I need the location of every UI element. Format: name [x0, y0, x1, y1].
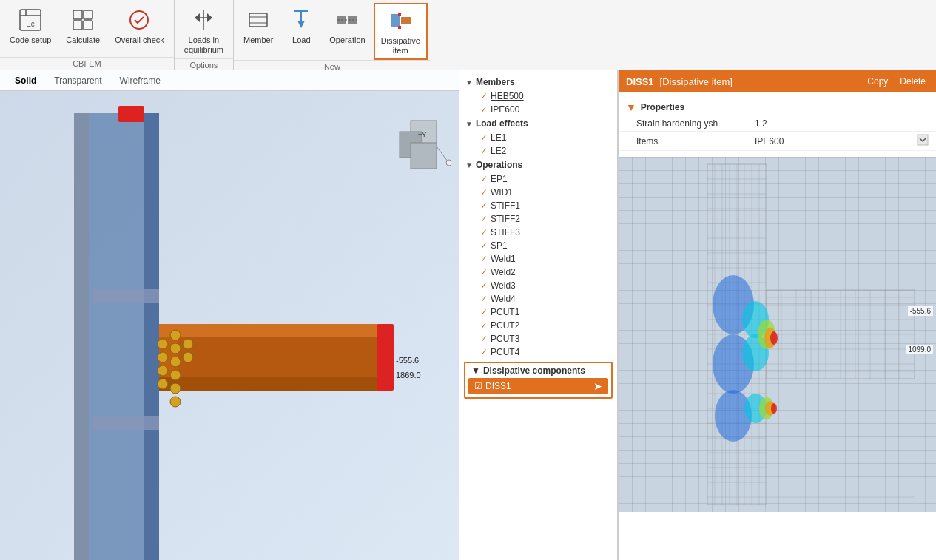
mesh-svg: [619, 157, 929, 512]
loads-equilibrium-label: Loads inequilibrium: [184, 36, 223, 55]
diss1-item[interactable]: ☑ DISS1 ➤: [468, 378, 608, 394]
load-effects-label: Load effects: [476, 118, 528, 129]
weld2-label: Weld2: [491, 267, 516, 277]
check-icon: ✓: [480, 104, 488, 115]
svg-rect-51: [92, 416, 159, 430]
member-item-ipe600[interactable]: ✓ IPE600: [459, 103, 617, 116]
members-label: Members: [476, 77, 515, 87]
props-section-label[interactable]: ▼ Properties: [619, 98, 936, 116]
ep1-item[interactable]: ✓EP1: [459, 172, 617, 186]
strain-hardening-value: 1.2: [755, 118, 929, 129]
toolbar: Ec Code setup Calculate: [0, 0, 936, 70]
pcut2-label: PCUT2: [491, 320, 519, 331]
code-setup-button[interactable]: Ec Code setup: [3, 3, 58, 49]
calculate-icon: [70, 7, 96, 33]
svg-rect-50: [92, 289, 159, 303]
dissipative-section: ▼ Dissipative components ☑ DISS1 ➤: [464, 362, 613, 399]
dissipative-header[interactable]: ▼ Dissipative components: [465, 363, 611, 378]
load-button[interactable]: Load: [281, 3, 321, 49]
pcut3-item[interactable]: ✓PCUT3: [459, 332, 617, 345]
svg-rect-4: [73, 10, 82, 19]
pcut4-item[interactable]: ✓PCUT4: [459, 345, 617, 359]
overall-check-button[interactable]: Overall check: [108, 3, 171, 49]
le2-item[interactable]: ✓ LE2: [459, 144, 617, 158]
props-header: DISS1 [Dissipative item] Copy Delete: [619, 70, 936, 92]
delete-button[interactable]: Delete: [897, 75, 929, 88]
svg-point-38: [170, 343, 181, 354]
transparent-view-button[interactable]: Transparent: [47, 74, 109, 87]
weld3-item[interactable]: ✓Weld3: [459, 279, 617, 292]
svg-point-57: [446, 160, 451, 166]
calculate-button[interactable]: Calculate: [59, 3, 107, 49]
check-icon: ✓: [480, 254, 488, 264]
check-icon: ✓: [480, 267, 488, 277]
pcut4-label: PCUT4: [491, 347, 519, 357]
le1-item[interactable]: ✓ LE1: [459, 131, 617, 144]
weld2-item[interactable]: ✓Weld2: [459, 266, 617, 279]
members-section-header[interactable]: ▼ Members: [459, 75, 617, 90]
props-section-arrow: ▼: [626, 101, 636, 113]
svg-rect-58: [918, 135, 928, 145]
svg-marker-17: [297, 21, 305, 28]
weld4-item[interactable]: ✓Weld4: [459, 292, 617, 306]
pcut1-label: PCUT1: [491, 307, 519, 317]
props-body: ▼ Properties Strain hardening ysh 1.2 It…: [619, 92, 936, 560]
solid-view-button[interactable]: Solid: [7, 74, 44, 87]
svg-rect-32: [178, 337, 388, 377]
wid1-item[interactable]: ✓WID1: [459, 186, 617, 199]
stiff2-item[interactable]: ✓STIFF2: [459, 212, 617, 226]
pcut2-item[interactable]: ✓PCUT2: [459, 319, 617, 332]
stiff3-item[interactable]: ✓STIFF3: [459, 226, 617, 239]
preview-label-1: -555.6: [908, 306, 933, 316]
loads-equilibrium-button[interactable]: Loads inequilibrium: [178, 3, 230, 58]
stiff3-label: STIFF3: [491, 227, 520, 237]
svg-rect-28: [144, 113, 159, 560]
pcut1-item[interactable]: ✓PCUT1: [459, 306, 617, 319]
check-icon: ✓: [480, 347, 488, 357]
member-item-heb500[interactable]: ✓ HEB500: [459, 90, 617, 103]
pcut3-label: PCUT3: [491, 334, 519, 344]
view-gizmo[interactable]: +Y: [396, 117, 451, 172]
svg-point-34: [158, 352, 168, 362]
operations-label: Operations: [476, 160, 522, 170]
weld3-label: Weld3: [491, 280, 516, 291]
stiff1-label: STIFF1: [491, 200, 520, 211]
wid1-label: WID1: [491, 187, 513, 198]
check-icon: ✓: [480, 280, 488, 291]
stiff1-item[interactable]: ✓STIFF1: [459, 199, 617, 212]
svg-rect-30: [159, 324, 388, 337]
viewport-svg: -555.6 1869.0: [15, 106, 444, 560]
operations-list: ✓EP1 ✓WID1 ✓STIFF1 ✓STIFF2 ✓STIFF3 ✓SP1 …: [459, 172, 617, 359]
loads-equilibrium-icon: [190, 7, 217, 33]
wireframe-view-button[interactable]: Wireframe: [112, 74, 168, 87]
dissipative-item-button[interactable]: Dissipativeitem: [374, 3, 428, 60]
svg-point-36: [158, 379, 168, 389]
check-icon: ✓: [480, 334, 488, 344]
member-button[interactable]: Member: [237, 3, 280, 49]
dissipative-label: Dissipative components: [483, 365, 585, 376]
properties-panel: DISS1 [Dissipative item] Copy Delete ▼ P…: [618, 70, 936, 560]
operation-button[interactable]: Operation: [323, 3, 371, 49]
svg-rect-13: [249, 13, 267, 27]
check-icon: ✓: [480, 227, 488, 237]
toolbar-section-cbfem: Ec Code setup Calculate: [0, 0, 175, 70]
operations-section-header[interactable]: ▼ Operations: [459, 158, 617, 172]
svg-rect-45: [118, 106, 144, 122]
props-id: DISS1: [626, 76, 654, 87]
copy-button[interactable]: Copy: [864, 75, 891, 88]
sp1-item[interactable]: ✓SP1: [459, 239, 617, 252]
props-header-actions: Copy Delete: [864, 75, 929, 88]
members-list: ✓ HEB500 ✓ IPE600: [459, 90, 617, 116]
weld1-label: Weld1: [491, 254, 516, 264]
weld1-item[interactable]: ✓Weld1: [459, 252, 617, 266]
svg-rect-5: [84, 10, 92, 19]
items-select-icon[interactable]: [917, 134, 929, 148]
member-label-heb500: HEB500: [491, 91, 524, 101]
stiff2-label: STIFF2: [491, 214, 520, 224]
viewport[interactable]: Solid Transparent Wireframe: [0, 70, 459, 560]
dissipative-item-icon: [387, 7, 414, 34]
cbfem-label: CBFEM: [0, 57, 174, 70]
svg-point-35: [158, 365, 168, 376]
svg-point-41: [170, 383, 181, 394]
load-effects-section-header[interactable]: ▼ Load effects: [459, 116, 617, 131]
